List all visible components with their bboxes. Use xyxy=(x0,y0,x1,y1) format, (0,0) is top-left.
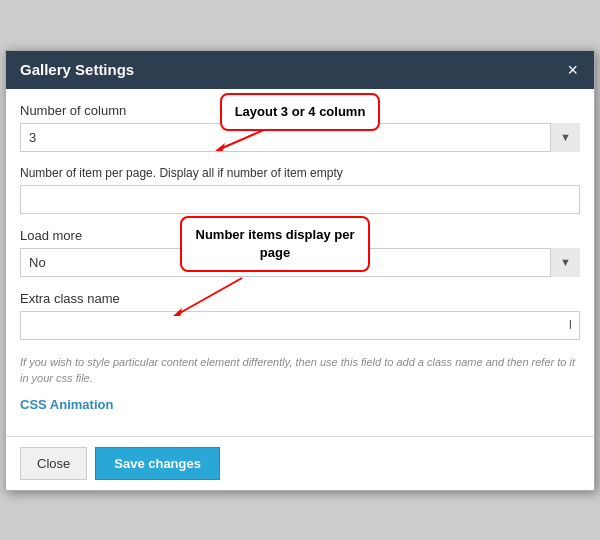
load-more-select-wrapper: No Yes ▼ xyxy=(20,248,580,277)
dialog-body: Number of column 3 4 ▼ Layout 3 or 4 col… xyxy=(6,89,594,436)
css-animation-group: CSS Animation xyxy=(20,397,580,412)
dialog-footer: Close Save changes xyxy=(6,436,594,490)
dialog-title: Gallery Settings xyxy=(20,61,134,78)
extra-class-group: Extra class name I xyxy=(20,291,580,340)
num-columns-select-wrapper: 3 4 ▼ xyxy=(20,123,580,152)
dialog-header: Gallery Settings × xyxy=(6,51,594,89)
gallery-settings-dialog: Gallery Settings × Number of column 3 4 … xyxy=(5,50,595,491)
num-items-group: Number of item per page. Display all if … xyxy=(20,166,580,214)
load-more-label: Load more xyxy=(20,228,580,243)
load-more-select[interactable]: No Yes xyxy=(20,248,580,277)
num-items-label: Number of item per page. Display all if … xyxy=(20,166,580,180)
save-button[interactable]: Save changes xyxy=(95,447,220,480)
num-columns-select[interactable]: 3 4 xyxy=(20,123,580,152)
extra-class-input[interactable] xyxy=(20,311,580,340)
close-button[interactable]: Close xyxy=(20,447,87,480)
extra-class-label: Extra class name xyxy=(20,291,580,306)
num-columns-label: Number of column xyxy=(20,103,580,118)
help-text: If you wish to style particular content … xyxy=(20,354,580,387)
dialog-close-button[interactable]: × xyxy=(565,61,580,79)
load-more-group: Load more No Yes ▼ xyxy=(20,228,580,277)
num-columns-group: Number of column 3 4 ▼ Layout 3 or 4 col… xyxy=(20,103,580,152)
css-animation-label: CSS Animation xyxy=(20,397,113,412)
num-items-input[interactable] xyxy=(20,185,580,214)
